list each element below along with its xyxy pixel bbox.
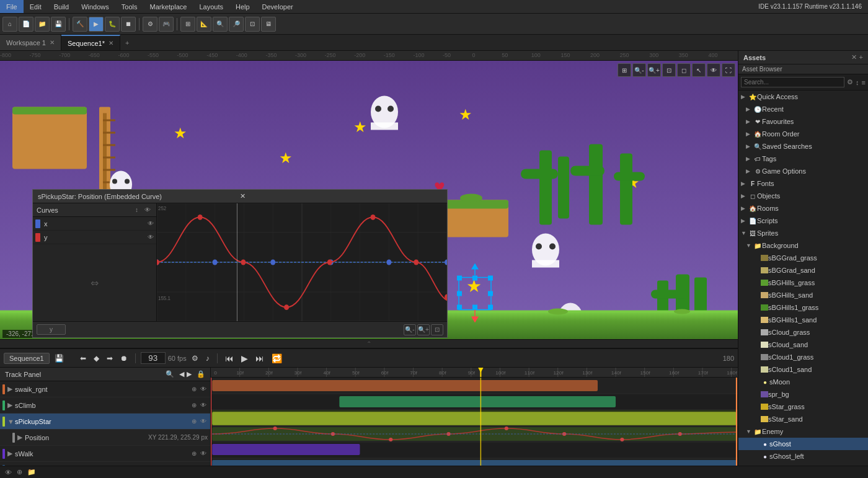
audio-btn[interactable]: ♪ xyxy=(203,353,212,364)
tree-sstargrass[interactable]: sStar_grass xyxy=(738,401,868,413)
track-add-swalk[interactable]: ⊕ xyxy=(190,450,198,457)
curve-zoom-in-btn[interactable]: 🔍+ xyxy=(417,324,430,335)
track-add-sclimb[interactable]: ⊕ xyxy=(190,402,198,409)
curve-channel-y[interactable]: y 👁 xyxy=(33,231,156,244)
track-item-swalk[interactable]: ▶ sWalk ⊕ 👁 xyxy=(0,446,210,462)
curve-y-eye[interactable]: 👁 xyxy=(148,234,154,241)
track-next-btn[interactable]: ▶ xyxy=(187,370,192,378)
fps-settings-btn[interactable]: ⚙ xyxy=(189,353,201,364)
menu-windows[interactable]: Windows xyxy=(75,0,115,13)
tree-sprites[interactable]: ▼ 🖼 Sprites xyxy=(738,227,868,239)
tree-saved-searches[interactable]: ▶ 🔍 Saved Searches xyxy=(738,140,868,153)
toolbar-run[interactable]: ▶ xyxy=(89,17,104,32)
tree-bghills1sand[interactable]: sBGHills1_sand xyxy=(738,314,868,326)
track-item-position[interactable]: ▶ Position XY 221.29, 225.29 px xyxy=(0,430,210,446)
tree-cloudgrass[interactable]: sCloud_grass xyxy=(738,326,868,339)
tree-tags[interactable]: ▶ 🏷 Tags xyxy=(738,153,868,165)
curve-normalize-btn[interactable]: ↕ xyxy=(133,206,140,214)
viewport-zoom-in-btn[interactable]: 🔍+ xyxy=(647,63,661,77)
track-expand-spickupstar[interactable]: ▼ xyxy=(7,418,15,425)
assets-search-input[interactable] xyxy=(741,77,844,87)
toolbar-grid[interactable]: ⊞ xyxy=(180,17,195,32)
tree-room-order[interactable]: ▶ 🏠 Room Order xyxy=(738,128,868,140)
curve-x-eye[interactable]: 👁 xyxy=(148,220,154,227)
scroll-hint[interactable]: ⌃ xyxy=(0,339,738,348)
menu-tools[interactable]: Tools xyxy=(115,0,144,13)
tree-favourites[interactable]: ▶ ❤ Favourites xyxy=(738,115,868,128)
curve-y-axis-label[interactable]: y xyxy=(37,324,66,335)
toolbar-new[interactable]: 📄 xyxy=(19,17,33,32)
menu-developer[interactable]: Developer xyxy=(256,0,299,13)
viewport-zoom-out-btn[interactable]: 🔍- xyxy=(632,63,646,77)
tree-cloudsand[interactable]: sCloud_sand xyxy=(738,339,868,351)
tree-rooms[interactable]: ▶ 🏠 Rooms xyxy=(738,202,868,215)
toolbar-snap[interactable]: 📐 xyxy=(197,17,211,32)
track-eye-spickupstar[interactable]: 👁 xyxy=(199,418,208,425)
curve-editor-close-button[interactable]: ✕ xyxy=(240,192,442,200)
menu-edit[interactable]: Edit xyxy=(24,0,48,13)
tree-bghillssand[interactable]: sBGHills_sand xyxy=(738,289,868,301)
viewport-fullscreen-btn[interactable]: ⛶ xyxy=(722,63,735,77)
assets-sort-icon[interactable]: ↕ xyxy=(856,79,859,86)
track-prev-btn[interactable]: ◀ xyxy=(179,370,184,378)
timeline-prev-key-btn[interactable]: ⬅ xyxy=(78,353,89,364)
tree-recent[interactable]: ▶ 🕒 Recent xyxy=(738,103,868,115)
timeline-record-btn[interactable]: ⏺ xyxy=(118,353,130,364)
viewport-fit-btn[interactable]: ⊡ xyxy=(662,63,676,77)
track-expand-position[interactable]: ▶ xyxy=(17,433,25,441)
curve-editor-titlebar[interactable]: sPickupStar: Position (Embedded Curve) ✕ xyxy=(33,190,447,203)
toolbar-open[interactable]: 📁 xyxy=(35,17,50,32)
curve-channel-x[interactable]: x 👁 xyxy=(33,217,156,231)
assets-add-btn[interactable]: + xyxy=(859,53,863,61)
tree-quick-access[interactable]: ▶ ⭐ Quick Access xyxy=(738,91,868,103)
toolbar-home[interactable]: ⌂ xyxy=(2,17,17,32)
menu-help[interactable]: Help xyxy=(229,0,256,13)
menu-build[interactable]: Build xyxy=(48,0,75,13)
tree-sghostleft[interactable]: ● sGhost_left xyxy=(738,450,868,463)
toolbar-zoom-in[interactable]: 🔍 xyxy=(213,17,228,32)
menu-file[interactable]: File xyxy=(0,0,24,13)
current-frame-input[interactable]: 93 xyxy=(141,352,166,364)
track-eye-swalk[interactable]: 👁 xyxy=(199,450,208,457)
tree-background-folder[interactable]: ▼ 📁 Background xyxy=(738,239,868,252)
curve-zoom-out-btn[interactable]: 🔍- xyxy=(404,324,416,335)
toolbar-save[interactable]: 💾 xyxy=(51,17,66,32)
timeline-save-btn[interactable]: 💾 xyxy=(52,353,66,364)
toolbar-fit[interactable]: ⊡ xyxy=(245,17,260,32)
toolbar-settings[interactable]: ⚙ xyxy=(143,17,157,32)
menu-layouts[interactable]: Layouts xyxy=(193,0,229,13)
track-add-swaik[interactable]: ⊕ xyxy=(190,386,198,392)
tree-bghillsgrass[interactable]: sBGHills_grass xyxy=(738,277,868,289)
viewport-area[interactable]: ★ ★ ★ ★ ★ xyxy=(0,61,738,339)
toolbar-build[interactable]: 🔨 xyxy=(73,17,87,32)
tab-workspace-close[interactable]: ✕ xyxy=(50,39,55,46)
tree-enemy-folder[interactable]: ▼ 📁 Enemy xyxy=(738,425,868,438)
track-expand-swalk[interactable]: ▶ xyxy=(7,449,15,458)
tab-workspace[interactable]: Workspace 1 ✕ xyxy=(0,35,61,50)
track-expand-sclimb[interactable]: ▶ xyxy=(7,401,15,409)
tree-bggradgrass[interactable]: sBGGrad_grass xyxy=(738,252,868,264)
timeline-last-btn[interactable]: ⏭ xyxy=(253,353,267,363)
track-search-btn[interactable]: 🔍 xyxy=(166,370,174,378)
tree-game-options[interactable]: ▶ ⚙ Game Options xyxy=(738,165,868,177)
track-eye-sclimb[interactable]: 👁 xyxy=(199,402,208,409)
toolbar-display[interactable]: 🖥 xyxy=(261,17,276,32)
tree-fonts[interactable]: ▶ F Fonts xyxy=(738,177,868,190)
assets-filter-icon[interactable]: ⚙ xyxy=(847,78,853,86)
timeline-next-key-btn[interactable]: ➡ xyxy=(104,353,115,364)
tab-sequence[interactable]: Sequence1* ✕ xyxy=(61,35,120,50)
viewport-view-btn[interactable]: 👁 xyxy=(707,63,720,77)
assets-close-btn[interactable]: ✕ xyxy=(851,53,857,61)
track-item-swaik[interactable]: ▶ swaik_rgnt ⊕ 👁 xyxy=(0,381,210,397)
curve-eye-btn[interactable]: 👁 xyxy=(143,206,153,214)
toolbar-zoom-out[interactable]: 🔎 xyxy=(229,17,244,32)
track-expand-swaik[interactable]: ▶ xyxy=(7,385,15,393)
assets-menu-icon[interactable]: ≡ xyxy=(862,79,866,86)
tree-scripts[interactable]: ▶ 📄 Scripts xyxy=(738,215,868,227)
track-item-spickupstar[interactable]: ▼ sPickupStar ⊕ 👁 xyxy=(0,414,210,430)
track-item-sclimb[interactable]: ▶ sClimb ⊕ 👁 xyxy=(0,397,210,414)
timeline-play-btn[interactable]: ▶ xyxy=(239,353,250,363)
tree-sstarsand[interactable]: sStar_sand xyxy=(738,413,868,425)
keyframe-area[interactable]: 0 10f 20f 30f 40f 50f 60f xyxy=(211,368,738,466)
tree-sghost[interactable]: ● sGhost xyxy=(738,438,868,450)
